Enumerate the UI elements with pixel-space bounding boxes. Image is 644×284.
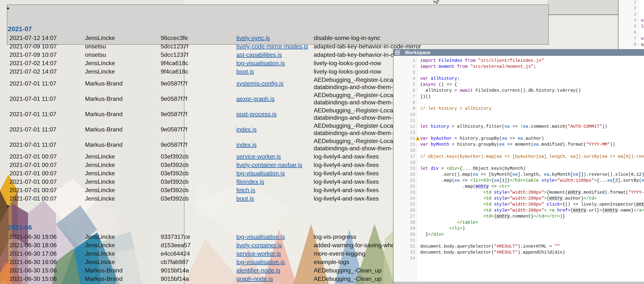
code-line: 7})() — [394, 94, 644, 100]
file-link[interactable]: aexpr-graph.js — [236, 95, 275, 102]
table-row: 2021-06-30 17:06JensLinckee4cc64424servi… — [10, 250, 430, 258]
commit-hash-cell[interactable]: d153eea57 — [161, 242, 236, 249]
commit-hash-cell[interactable]: 5dcc1237f — [161, 51, 236, 58]
commit-hash-cell[interactable]: 03ef392cb — [161, 178, 236, 185]
commit-file-cell: log-visualisation.js — [236, 233, 314, 240]
commit-author-cell: JensLincke — [85, 242, 161, 249]
commit-hash-cell[interactable]: 9e0587f7f — [161, 141, 236, 148]
month-heading: 2021-06 — [8, 224, 32, 231]
commit-hash-cell[interactable]: 03ef392cb — [161, 195, 236, 202]
commit-hash-cell[interactable]: cb7fab987 — [161, 259, 236, 266]
commit-hash-cell[interactable]: 03ef392cb — [161, 153, 236, 160]
file-link[interactable]: lively-container.js — [236, 242, 282, 249]
line-number: 4 — [394, 76, 417, 82]
commit-hash-cell[interactable]: 9e0587f7f — [161, 95, 236, 102]
commit-file-cell: lively-code-mirror-modes.js — [236, 43, 314, 50]
warning-icon[interactable] — [416, 136, 420, 140]
commit-author-cell: JensLincke — [85, 233, 161, 240]
window-titlebar[interactable]: Workspace — [394, 49, 644, 56]
table-row: 2021-07-01 00:07JensLincke03ef392cbboot.… — [10, 194, 430, 203]
commit-file-cell: lively-sync.js — [236, 34, 314, 41]
commit-hash-cell[interactable]: e4cc64424 — [161, 250, 236, 257]
file-link[interactable]: log-visualisation.js — [236, 233, 285, 240]
commit-hash-cell[interactable]: 9f4ca618c — [161, 60, 236, 67]
file-link[interactable]: service-worker.js — [236, 153, 281, 160]
file-link[interactable]: lively-code-mirror-modes.js — [236, 43, 308, 50]
table-row: 2021-07-01 11:07Markus-Brand9e0587f7find… — [10, 122, 430, 137]
code-line: 17// Object.keys(byAuthor).map(ea => [by… — [394, 154, 644, 160]
commit-date-cell: 2021-07-01 00:07 — [10, 162, 85, 168]
code-line: 33document.body.querySelector("#RESULT")… — [394, 250, 644, 256]
code-line: 18 — [394, 160, 644, 166]
file-link[interactable]: lively-container-navbar.js — [236, 162, 302, 168]
line-number: 30 — [394, 232, 417, 238]
line-number: 14 — [394, 136, 417, 142]
commit-file-cell: service-worker.js — [236, 153, 314, 160]
code-editor[interactable]: 1234var5let67var8up — [619, 0, 644, 48]
file-link[interactable]: identifier-node.js — [236, 267, 280, 274]
commit-table: 2021-07-12 14:07JensLincke96ccec3felivel… — [10, 34, 430, 203]
code-line: 26 <td style="width:200px"> <a href={ent… — [394, 208, 644, 213]
commit-date-cell: 2021-06-30 18:06 — [10, 242, 85, 249]
file-link[interactable]: boot.js — [236, 195, 254, 202]
window-title: Workspace — [405, 50, 430, 55]
code-line: 32document.body.querySelector("#RESULT")… — [394, 244, 644, 250]
line-number: 15 — [394, 142, 417, 148]
file-link[interactable]: service-worker.js — [236, 250, 281, 257]
commit-file-cell: fetch.js — [236, 187, 314, 194]
table-row: 2021-06-30 15:06Markus-Brand9015bf14agra… — [10, 275, 430, 283]
line-number: 12 — [394, 124, 417, 130]
code-line: 2 — [619, 5, 644, 11]
commit-hash-cell[interactable]: 5dcc1237f — [161, 43, 236, 50]
file-link[interactable]: fileindex.js — [236, 178, 264, 185]
code-editor[interactable]: 1import FileIndex from "src/client/filei… — [394, 56, 644, 282]
file-link[interactable]: ast-capabilities.js — [236, 51, 282, 58]
line-number: 4 — [619, 17, 639, 23]
commit-hash-cell[interactable]: 03ef392cb — [161, 187, 236, 194]
code-line: 28 </table> — [394, 220, 644, 226]
table-row: 2021-07-02 14:07JensLincke9f4ca618clog-v… — [10, 59, 430, 67]
line-number: 34 — [394, 256, 417, 262]
hamburger-menu-icon[interactable] — [395, 51, 400, 54]
file-link[interactable]: fetch.js — [236, 187, 255, 193]
commit-hash-cell[interactable]: 9015bf14a — [161, 267, 236, 274]
table-row: 2021-06-30 18:06JensLincked153eea57livel… — [10, 241, 430, 250]
file-link[interactable]: boot.js — [236, 68, 254, 75]
file-link[interactable]: index.js — [236, 141, 257, 148]
commit-file-cell: log-visualisation.js — [236, 259, 314, 266]
commit-hash-cell[interactable]: 9337317ce — [161, 233, 236, 240]
commit-hash-cell[interactable]: 96ccec3fe — [161, 34, 236, 41]
commit-hash-cell[interactable]: 9e0587f7f — [161, 80, 236, 87]
table-row: 2021-07-02 14:07JensLincke9f4ca618cboot.… — [10, 67, 430, 76]
mouse-cursor-icon — [434, 0, 440, 4]
commit-date-cell: 2021-07-02 14:07 — [10, 68, 85, 75]
code-line: 1 — [619, 0, 644, 5]
file-link[interactable]: log-visualisation.js — [236, 60, 285, 66]
file-link[interactable]: post-process.js — [236, 111, 276, 117]
file-link[interactable]: lively-sync.js — [236, 34, 270, 41]
table-row: 2021-07-01 11:07Markus-Brand9e0587f7find… — [10, 137, 430, 152]
commit-author-cell: Markus-Brand — [85, 80, 161, 87]
commit-date-cell: 2021-07-01 11:07 — [10, 126, 85, 133]
month-heading: 2021-07 — [8, 25, 32, 33]
window-bottom-border — [394, 282, 644, 284]
commit-hash-cell[interactable]: 9e0587f7f — [161, 126, 236, 133]
line-number: 17 — [394, 154, 417, 160]
file-link[interactable]: index.js — [236, 126, 257, 133]
code-line: 13 — [394, 130, 644, 136]
commit-date-cell: 2021-07-09 10:07 — [10, 51, 85, 58]
file-link[interactable]: graph-node.js — [236, 276, 273, 282]
commit-hash-cell[interactable]: 9e0587f7f — [161, 111, 236, 118]
file-link[interactable]: log-visualisation.js — [236, 259, 285, 265]
code-line: 5let — [619, 23, 644, 29]
commit-file-cell: log-visualisation.js — [236, 60, 314, 67]
commit-date-cell: 2021-07-01 00:07 — [10, 187, 85, 194]
commit-hash-cell[interactable]: 03ef392cb — [161, 162, 236, 168]
file-link[interactable]: systemjs-config.js — [236, 80, 284, 87]
file-link[interactable]: log-visualisation.js — [236, 170, 285, 177]
commit-hash-cell[interactable]: 9015bf14a — [161, 276, 236, 282]
commit-hash-cell[interactable]: 03ef392cb — [161, 170, 236, 177]
line-number: 9 — [394, 106, 417, 112]
commit-hash-cell[interactable]: 9f4ca618c — [161, 68, 236, 75]
line-number: 6 — [619, 29, 639, 35]
